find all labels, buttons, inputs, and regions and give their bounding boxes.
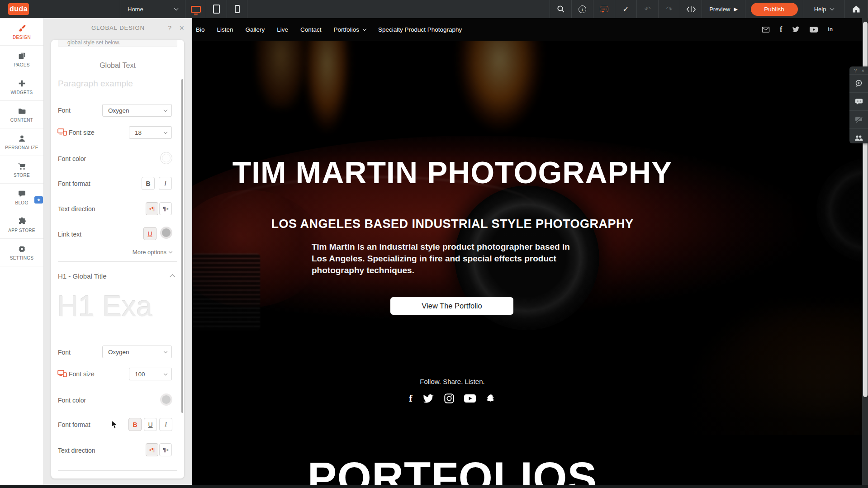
duda-logo[interactable]: duda — [8, 3, 29, 15]
twitter-icon[interactable] — [422, 394, 434, 403]
view-portfolio-button[interactable]: View The Portfolio — [390, 297, 513, 315]
hide-comments-button[interactable] — [849, 111, 868, 129]
tablet-view-button[interactable] — [206, 0, 227, 18]
feedback-button[interactable] — [593, 0, 615, 18]
comments-button[interactable] — [849, 93, 868, 111]
font-select[interactable]: Oxygen — [102, 104, 172, 117]
desktop-icon — [191, 6, 201, 13]
check-icon: ✓ — [622, 5, 629, 13]
facebook-icon[interactable]: f — [409, 393, 412, 404]
person-icon — [18, 134, 26, 143]
sidebar-item-label: WIDGETS — [11, 90, 33, 95]
panel-help-button[interactable]: ? — [168, 24, 171, 32]
add-comment-button[interactable] — [849, 75, 868, 93]
font-size-select[interactable]: 18 — [129, 126, 172, 139]
sidebar-item-personalize[interactable]: PERSONALIZE — [0, 128, 43, 156]
facebook-icon[interactable]: f — [780, 25, 782, 33]
text-direction-label: Text direction — [58, 205, 95, 213]
collapse-chevron-icon[interactable] — [170, 274, 175, 279]
more-options-link[interactable]: More options — [133, 249, 172, 256]
speech-bubble-icon — [18, 190, 26, 198]
h1-text-direction-label: Text direction — [58, 447, 95, 454]
sidebar-item-settings[interactable]: SETTINGS — [0, 239, 43, 266]
help-menu[interactable]: Help — [803, 0, 844, 18]
sidebar-item-pages[interactable]: PAGES — [0, 46, 43, 73]
close-icon[interactable]: × — [862, 68, 864, 73]
h1-rtl-direction-button[interactable]: ¶ — [159, 443, 172, 456]
panel-scrollbar[interactable] — [181, 79, 183, 413]
h1-underline-button[interactable]: U — [144, 418, 157, 431]
h1-ltr-direction-button[interactable]: ¶ — [146, 443, 158, 456]
preview-button[interactable]: Preview ▶ — [702, 0, 745, 18]
publish-button[interactable]: Publish — [751, 3, 798, 16]
search-button[interactable] — [550, 0, 571, 18]
link-color-swatch[interactable] — [160, 227, 172, 239]
rtl-direction-button[interactable]: ¶ — [159, 202, 172, 215]
puzzle-icon — [18, 217, 26, 226]
site-title[interactable]: TIM MARTIN PHOTOGRAPHY — [192, 155, 712, 190]
h1-font-size-select[interactable]: 100 — [129, 368, 172, 380]
redo-button[interactable]: ↷ — [658, 0, 680, 18]
youtube-icon[interactable] — [464, 394, 476, 403]
sidebar-item-widgets[interactable]: WIDGETS — [0, 73, 43, 101]
chevron-down-icon — [174, 6, 179, 10]
portfolios-heading[interactable]: PORTFOLIOS — [192, 452, 712, 485]
sidebar-item-app-store[interactable]: APP STORE — [0, 211, 43, 239]
twitter-icon[interactable] — [792, 26, 800, 33]
help-icon[interactable]: ? — [854, 68, 857, 73]
h1-font-select[interactable]: Oxygen — [102, 346, 172, 358]
site-description[interactable]: Tim Martin is an industrial style produc… — [312, 241, 572, 276]
h1-example-preview: H1 Exa — [57, 289, 182, 323]
nav-item-contact[interactable]: Contact — [300, 26, 322, 33]
nav-item-live[interactable]: Live — [277, 26, 288, 33]
nav-item-specialty[interactable]: Specialty Product Photography — [378, 26, 462, 33]
h1-font-size-value: 100 — [135, 371, 145, 378]
dev-mode-button[interactable] — [680, 0, 702, 18]
h1-section-heading: H1 - Global Title — [58, 272, 107, 280]
snapchat-icon[interactable] — [486, 393, 496, 403]
sidebar-item-design[interactable]: DESIGN — [0, 18, 43, 46]
sidebar-item-label: STORE — [14, 173, 30, 178]
undo-button[interactable]: ↶ — [636, 0, 658, 18]
instagram-icon[interactable] — [444, 393, 454, 403]
ltr-direction-button[interactable]: ¶ — [146, 202, 158, 215]
mobile-view-button[interactable] — [227, 0, 247, 18]
h1-bold-button[interactable]: B — [128, 418, 142, 431]
editor-sidebar: DESIGN PAGES WIDGETS CONTENT — [0, 18, 44, 488]
font-color-swatch[interactable] — [160, 152, 172, 164]
h1-font-size-label: Font size — [69, 370, 95, 378]
sidebar-item-label: BLOG — [15, 200, 28, 205]
email-icon[interactable] — [762, 26, 770, 33]
nav-item-bio[interactable]: Bio — [196, 26, 205, 33]
desktop-view-button[interactable] — [185, 0, 206, 18]
panel-header: GLOBAL DESIGN ? × — [44, 24, 192, 34]
h1-font-color-swatch[interactable] — [160, 393, 172, 406]
save-check-button[interactable]: ✓ — [615, 0, 636, 18]
sidebar-item-content[interactable]: CONTENT — [0, 101, 43, 128]
h1-italic-button[interactable]: I — [159, 418, 172, 431]
info-icon: i — [579, 5, 586, 13]
close-icon[interactable]: × — [179, 24, 184, 33]
sidebar-item-store[interactable]: STORE — [0, 156, 43, 184]
redo-icon: ↷ — [666, 5, 672, 13]
h1-font-label: Font — [58, 349, 71, 356]
page-selector[interactable]: Home — [120, 0, 185, 18]
nav-item-portfolios[interactable]: Portfolios — [334, 26, 359, 33]
hero-social-icons: f — [192, 393, 712, 404]
youtube-icon[interactable] — [810, 27, 818, 33]
linkedin-icon[interactable]: in — [828, 26, 833, 33]
nav-item-listen[interactable]: Listen — [217, 26, 233, 33]
chat-bubble-icon — [600, 6, 608, 12]
italic-button[interactable]: I — [159, 177, 172, 190]
info-button[interactable]: i — [571, 0, 593, 18]
publish-cell: Publish — [745, 0, 803, 18]
chevron-down-icon — [164, 108, 167, 111]
collaborators-button[interactable] — [849, 129, 868, 147]
follow-text: Follow. Share. Listen. — [192, 378, 712, 385]
nav-item-gallery[interactable]: Gallery — [246, 26, 265, 33]
link-underline-button[interactable]: U — [143, 227, 157, 240]
dashboard-home-button[interactable] — [844, 0, 868, 18]
site-subtitle[interactable]: LOS ANGELES BASED INDUSTRIAL STYLE PHOTO… — [192, 217, 712, 231]
bold-button[interactable]: B — [142, 177, 155, 190]
sidebar-item-label: DESIGN — [13, 35, 31, 40]
